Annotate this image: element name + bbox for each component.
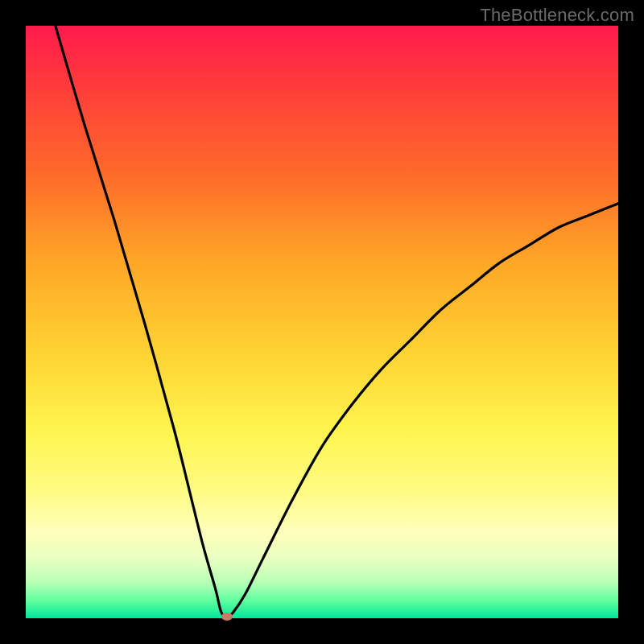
attribution-text: TheBottleneck.com [480,5,634,26]
plot-area [26,26,618,618]
bottleneck-curve [26,26,618,618]
chart-frame: TheBottleneck.com [0,0,644,644]
minimum-marker [221,613,233,621]
